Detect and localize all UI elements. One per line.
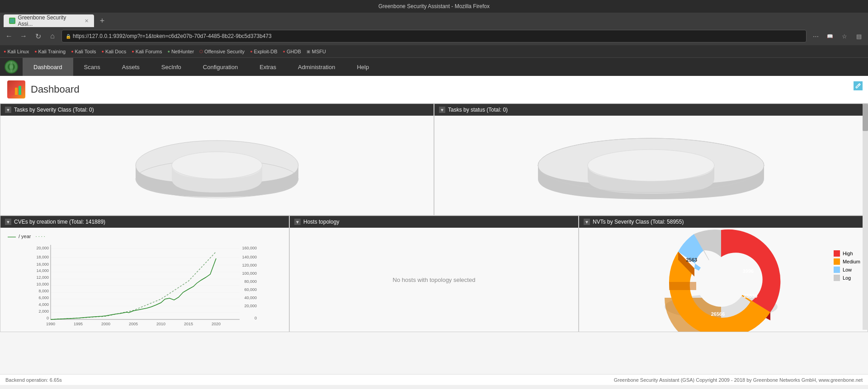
url-text: https://127.0.0.1:9392/omp?r=1&token=c6d… <box>73 33 272 39</box>
legend-item-low: Low <box>834 267 860 273</box>
tasks-severity-panel: ▼ Tasks by Severity Class (Total: 0) <box>0 103 434 216</box>
legend-item-medium: Medium <box>834 258 860 265</box>
svg-text:100,000: 100,000 <box>242 271 257 276</box>
legend-color-high <box>834 250 840 257</box>
back-button[interactable]: ← <box>4 31 14 42</box>
hosts-topology-header: ▼ Hosts topology <box>290 216 578 228</box>
svg-text:1990: 1990 <box>46 322 55 326</box>
nav-item-help[interactable]: Help <box>346 58 380 76</box>
legend-color-low <box>834 267 840 273</box>
tasks-status-toggle[interactable]: ▼ <box>439 107 445 113</box>
bookmark-kali-training[interactable]: ● Kali Training <box>34 49 66 54</box>
tasks-status-donut <box>434 116 868 215</box>
tasks-severity-title: Tasks by Severity Class (Total: 0) <box>14 107 94 113</box>
svg-text:26566: 26566 <box>711 311 725 317</box>
nav-item-scans[interactable]: Scans <box>73 58 111 76</box>
dashboard-edit-button[interactable] <box>854 81 863 90</box>
reader-view-button[interactable]: 📖 <box>825 31 835 42</box>
address-bar[interactable]: 🔒 https://127.0.0.1:9392/omp?r=1&token=c… <box>61 30 807 42</box>
bookmark-kali-forums[interactable]: ● Kali Forums <box>132 49 162 54</box>
browser-titlebar: Greenbone Security Assistant - Mozilla F… <box>0 0 868 13</box>
browser-toolbar: ← → ↻ ⌂ 🔒 https://127.0.0.1:9392/omp?r=1… <box>0 27 868 45</box>
legend-label-high: High <box>843 251 853 256</box>
nav-item-administration[interactable]: Administration <box>287 58 346 76</box>
svg-text:2563: 2563 <box>686 257 697 262</box>
dashboard-icon-bars <box>11 84 21 95</box>
bookmark-kali-linux[interactable]: ● Kali Linux <box>4 49 29 54</box>
home-button[interactable]: ⌂ <box>47 31 58 42</box>
nvts-severity-header: ▼ NVTs by Severity Class (Total: 58955) <box>579 216 868 228</box>
hosts-topology-panel: ▼ Hosts topology No hosts with topology … <box>289 216 579 332</box>
tasks-status-panel: ▼ Tasks by status (Total: 0) <box>434 103 868 216</box>
legend-label-log: Log <box>843 275 851 281</box>
nav-item-assets[interactable]: Assets <box>111 58 151 76</box>
new-tab-button[interactable]: + <box>96 14 108 27</box>
svg-text:20,000: 20,000 <box>36 246 49 250</box>
bookmark-ghdb[interactable]: ● GHDB <box>283 49 301 54</box>
bookmark-kali-tools[interactable]: ● Kali Tools <box>71 49 96 54</box>
scrollbar-thumb[interactable] <box>863 104 868 131</box>
svg-text:10,000: 10,000 <box>36 282 49 286</box>
bookmark-button[interactable]: ☆ <box>839 31 850 42</box>
tasks-severity-header: ▼ Tasks by Severity Class (Total: 0) <box>0 104 434 116</box>
cves-time-toggle[interactable]: ▼ <box>5 219 11 225</box>
svg-text:2015: 2015 <box>184 322 193 326</box>
svg-text:2010: 2010 <box>156 322 165 326</box>
svg-text:160,000: 160,000 <box>242 246 257 250</box>
tasks-status-header: ▼ Tasks by status (Total: 0) <box>434 104 868 116</box>
footer-copyright: Greenbone Security Assistant (GSA) Copyr… <box>614 377 863 383</box>
svg-point-8 <box>172 152 262 179</box>
tasks-severity-toggle[interactable]: ▼ <box>5 107 11 113</box>
svg-point-13 <box>588 150 714 181</box>
svg-text:3996: 3996 <box>743 268 754 274</box>
bookmark-msfu[interactable]: ▣ MSFU <box>307 49 326 54</box>
sidebar-button[interactable]: ▤ <box>854 31 864 42</box>
cves-time-title: CVEs by creation time (Total: 141889) <box>14 219 105 225</box>
app-nav: Dashboard Scans Assets SecInfo Configura… <box>0 58 868 76</box>
icon-bar-2 <box>15 88 18 95</box>
bookmark-exploit-db[interactable]: ● Exploit-DB <box>250 49 277 54</box>
right-scrollbar[interactable] <box>863 104 868 330</box>
cves-time-body: — / year · · · · 20,000 18,000 16,000 14… <box>0 228 289 332</box>
tab-label: Greenbone Security Assi... <box>18 14 80 27</box>
bookmark-nethunter[interactable]: ● NetHunter <box>167 49 194 54</box>
nav-item-extras[interactable]: Extras <box>249 58 287 76</box>
legend-color-log <box>834 275 840 281</box>
svg-text:0: 0 <box>255 316 257 320</box>
svg-text:2005: 2005 <box>129 322 138 326</box>
tasks-status-title: Tasks by status (Total: 0) <box>448 107 508 113</box>
svg-text:4,000: 4,000 <box>38 302 49 307</box>
tasks-severity-donut <box>0 116 434 215</box>
svg-text:40,000: 40,000 <box>244 295 257 300</box>
browser-tab-active[interactable]: Greenbone Security Assi... ✕ <box>4 14 94 27</box>
footer-backend: Backend operation: 6.65s <box>5 377 62 383</box>
nav-item-dashboard[interactable]: Dashboard <box>23 58 73 76</box>
svg-text:2,000: 2,000 <box>38 309 49 314</box>
reload-button[interactable]: ↻ <box>33 31 43 42</box>
cve-legend-label: / year <box>19 234 31 239</box>
bookmark-offensive-security[interactable]: ⬡ Offensive Security <box>199 49 245 54</box>
legend-item-log: Log <box>834 275 860 281</box>
svg-text:25830: 25830 <box>744 293 758 299</box>
legend-color-medium <box>834 258 840 265</box>
svg-text:18,000: 18,000 <box>36 255 49 259</box>
lock-icon: 🔒 <box>66 34 71 39</box>
nvts-severity-body: High Medium Low Log <box>579 228 868 332</box>
nav-item-configuration[interactable]: Configuration <box>192 58 249 76</box>
nvts-severity-toggle[interactable]: ▼ <box>584 219 590 225</box>
svg-text:140,000: 140,000 <box>242 255 257 259</box>
tab-favicon <box>9 18 15 24</box>
forward-button[interactable]: → <box>18 31 29 42</box>
tab-close-icon[interactable]: ✕ <box>85 18 89 24</box>
hosts-topology-toggle[interactable]: ▼ <box>294 219 301 225</box>
svg-rect-0 <box>10 19 14 23</box>
menu-button[interactable]: ⋯ <box>810 31 821 42</box>
bookmark-kali-docs[interactable]: ● Kali Docs <box>101 49 126 54</box>
dashboard-bottom-grid: ▼ CVEs by creation time (Total: 141889) … <box>0 216 868 332</box>
svg-text:80,000: 80,000 <box>244 279 257 284</box>
nav-item-secinfo[interactable]: SecInfo <box>151 58 192 76</box>
browser-tabs-bar: Greenbone Security Assi... ✕ + <box>0 13 868 27</box>
svg-text:120,000: 120,000 <box>242 263 257 267</box>
page-footer: Backend operation: 6.65s Greenbone Secur… <box>0 374 868 385</box>
icon-bar-3 <box>19 86 21 95</box>
